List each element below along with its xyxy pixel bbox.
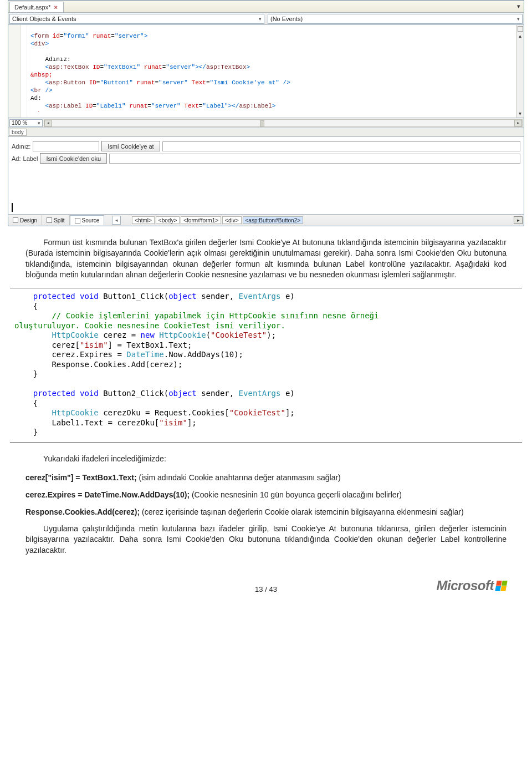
explain-line-2-text: (Cookie nesnesinin 10 gün boyunca geçerl… <box>190 490 402 499</box>
designer-surface[interactable]: Adınız: Ismi Cookie'ye at Ad: Label Ismi… <box>8 137 524 215</box>
scroll-up-icon[interactable]: ▴ <box>519 33 521 39</box>
zoom-value: 100 % <box>12 120 27 126</box>
source-icon <box>75 218 80 224</box>
margin-gutter <box>8 25 21 118</box>
crumb-nav-right[interactable]: ▸ <box>514 216 523 224</box>
split-icon[interactable] <box>518 26 523 32</box>
crumb-nav-left[interactable]: ◂ <box>112 216 121 225</box>
crumb-body[interactable]: <body> <box>156 216 180 224</box>
pin-icon[interactable]: ▾ <box>514 1 524 12</box>
microsoft-logo-text: Microsoft <box>437 578 494 593</box>
crumb-html[interactable]: <html> <box>132 216 155 224</box>
chevron-down-icon: ▾ <box>259 16 262 22</box>
file-tab[interactable]: Default.aspx* × <box>9 2 64 12</box>
code-block: protected void Button1_Click(object send… <box>10 288 522 443</box>
caret-icon <box>12 203 13 212</box>
ide-toolbar: Client Objects & Events ▾ (No Events) ▾ <box>8 13 524 25</box>
explain-line-2-code: cerez.Expires = DateTime.Now.AddDays(10)… <box>25 490 190 499</box>
zoom-scroll-row: 100 % ▾ ◂ ▸ <box>8 118 524 128</box>
split-icon <box>47 217 52 223</box>
explain-line-3-code: Response.Cookies.Add(cerez); <box>25 507 140 516</box>
outline-gutter <box>21 25 27 118</box>
explain-line-1-text: (isim adındaki Cookie anahtarına değer a… <box>137 473 341 482</box>
tag-path-seg[interactable]: body <box>9 129 27 136</box>
code-text[interactable]: <form id="form1" runat="server"> <div> A… <box>27 31 516 111</box>
paragraph-outro: Uygulama çalıştırıldığında metin kutular… <box>25 524 507 556</box>
tab-source-label: Source <box>82 217 100 224</box>
paragraph-intro: Formun üst kısmında bulunan TextBox'a gi… <box>25 237 507 280</box>
button-cookie-read[interactable]: Ismi Cookie'den oku <box>40 153 107 164</box>
label1-text: Label <box>23 155 38 162</box>
tag-path-row: body <box>8 128 524 137</box>
scroll-left-icon[interactable]: ◂ <box>44 120 52 126</box>
vertical-scroll-strip[interactable]: ▴ ▾ <box>516 25 524 118</box>
line-after-code: Yukarıdaki ifadeleri incelediğimizde: <box>25 454 507 464</box>
object-selector[interactable]: Client Objects & Events ▾ <box>9 14 264 24</box>
view-tabs: Design Split Source ◂ <html> <body> <for… <box>8 215 524 226</box>
explain-line-1: cerez["isim"] = TextBox1.Text; (isim adı… <box>25 472 507 484</box>
page-footer: 13 / 43 Microsoft <box>25 578 507 593</box>
object-selector-value: Client Objects & Events <box>12 16 76 22</box>
explain-line-3: Response.Cookies.Add(cerez); (cerez içer… <box>25 506 507 518</box>
ide-screenshot: Default.aspx* × ▾ Client Objects & Event… <box>8 0 524 226</box>
tab-split-label: Split <box>54 217 64 224</box>
tab-design-label: Design <box>20 217 37 224</box>
tab-design[interactable]: Design <box>8 215 42 225</box>
chevron-down-icon: ▾ <box>38 120 40 126</box>
windows-flag-icon <box>495 581 507 591</box>
breadcrumb: <html> <body> <form#form1> <div> <asp:Bu… <box>132 216 303 224</box>
crumb-div[interactable]: <div> <box>222 216 241 224</box>
explain-line-3-text: (cerez içerisinde taşınan değerlerin Coo… <box>140 507 463 516</box>
crumb-button2[interactable]: <asp:Button#Button2> <box>243 216 304 224</box>
page-number: 13 / 43 <box>255 585 277 593</box>
textbox1[interactable] <box>33 141 99 151</box>
button-cookie-set[interactable]: Ismi Cookie'ye at <box>101 141 160 151</box>
horizontal-scrollbar[interactable]: ◂ ▸ <box>44 119 523 127</box>
event-selector-value: (No Events) <box>270 16 303 22</box>
explain-line-2: cerez.Expires = DateTime.Now.AddDays(10)… <box>25 489 507 501</box>
event-selector[interactable]: (No Events) ▾ <box>268 14 523 24</box>
explain-line-1-code: cerez["isim"] = TextBox1.Text; <box>25 473 137 482</box>
layout-placeholder <box>109 154 520 164</box>
crumb-form[interactable]: <form#form1> <box>181 216 221 224</box>
chevron-down-icon: ▾ <box>517 16 520 22</box>
layout-placeholder <box>162 141 520 151</box>
tab-source[interactable]: Source <box>70 215 105 225</box>
close-icon[interactable]: × <box>54 4 57 11</box>
tab-split[interactable]: Split <box>42 215 69 225</box>
scroll-thumb[interactable] <box>52 120 514 126</box>
microsoft-logo: Microsoft <box>437 578 507 593</box>
ide-tabstrip: Default.aspx* × ▾ <box>8 1 524 13</box>
file-tab-label: Default.aspx* <box>14 4 50 11</box>
code-editor[interactable]: <form id="form1" runat="server"> <div> A… <box>8 25 524 118</box>
designer-label-ad: Ad: <box>12 155 21 162</box>
zoom-selector[interactable]: 100 % ▾ <box>9 119 43 127</box>
scroll-down-icon[interactable]: ▾ <box>519 110 521 116</box>
scroll-right-icon[interactable]: ▸ <box>514 120 522 126</box>
design-icon <box>13 217 18 223</box>
designer-label-adiniz: Adınız: <box>12 143 30 150</box>
